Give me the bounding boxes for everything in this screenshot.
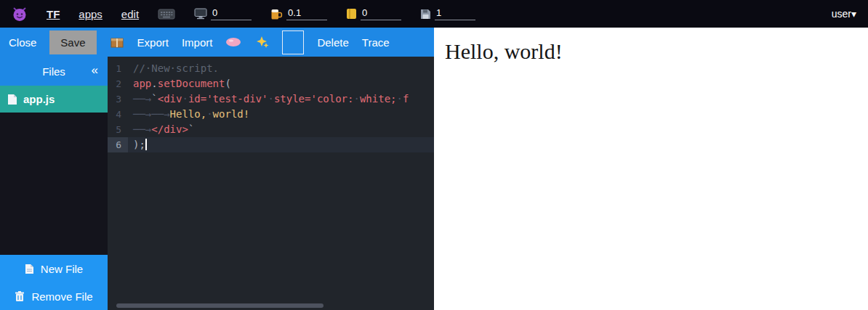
code-content[interactable]: //·New·script.: [128, 61, 434, 76]
file-name: app.js: [23, 93, 55, 105]
new-file-button[interactable]: New File: [0, 255, 108, 282]
export-button[interactable]: Export: [137, 36, 169, 49]
code-line-6[interactable]: 6);: [108, 137, 434, 152]
apps-link[interactable]: apps: [79, 8, 103, 20]
stat-beer-value[interactable]: 0.1: [286, 7, 327, 20]
user-menu[interactable]: user▾: [832, 8, 856, 20]
soap-icon-button[interactable]: [225, 37, 241, 47]
line-number: 1: [108, 61, 128, 76]
files-header: Files «: [0, 57, 108, 86]
file-icon: [7, 94, 17, 105]
code-line-4[interactable]: 4──→──→Hello,·world!: [108, 107, 434, 122]
sparkles-icon-button[interactable]: [254, 36, 269, 49]
beer-icon: [270, 8, 283, 20]
remove-file-button[interactable]: Remove File: [0, 282, 108, 310]
remove-file-icon: [15, 290, 25, 302]
stat-saves: 1: [420, 7, 475, 20]
trace-button[interactable]: Trace: [362, 36, 390, 49]
keyboard-icon[interactable]: [158, 7, 175, 20]
code-line-5[interactable]: 5──→</div>`: [108, 122, 434, 137]
file-list-empty-area: [0, 113, 108, 255]
remove-file-label: Remove File: [31, 290, 92, 303]
text-cursor: [145, 139, 147, 150]
collapse-sidebar-button[interactable]: «: [92, 63, 98, 78]
line-number: 2: [108, 76, 128, 91]
code-content[interactable]: );: [128, 137, 434, 152]
file-item-appjs[interactable]: app.js: [0, 86, 108, 113]
edit-link[interactable]: edit: [121, 8, 139, 20]
floppy-icon: [420, 9, 431, 20]
stat-computers-value[interactable]: 0: [211, 7, 252, 20]
notebook-icon: [346, 8, 357, 20]
stat-beer: 0.1: [270, 7, 327, 20]
package-icon-button[interactable]: [110, 36, 124, 49]
tf-link[interactable]: TF: [47, 8, 60, 20]
line-number: 6: [108, 137, 128, 152]
code-content[interactable]: ──→──→Hello,·world!: [128, 107, 434, 122]
code-content[interactable]: ──→`<div·id='test-div'·style='color:·whi…: [128, 91, 434, 107]
code-content[interactable]: app.setDocument(: [128, 76, 434, 91]
sidebar-actions: New File Remove File: [0, 255, 108, 310]
document-preview: Hello, world!: [434, 28, 868, 310]
preview-text: Hello, world!: [445, 39, 868, 64]
new-file-label: New File: [41, 263, 83, 275]
topbar: TF apps edit 0: [0, 0, 868, 28]
new-file-icon: [25, 264, 34, 274]
editor-horizontal-scrollbar[interactable]: [116, 303, 324, 308]
stat-saves-value[interactable]: 1: [435, 7, 475, 20]
devil-icon[interactable]: [12, 6, 28, 22]
code-line-3[interactable]: 3──→`<div·id='test-div'·style='color:·wh…: [108, 91, 434, 107]
stat-computers: 0: [194, 7, 252, 20]
files-title: Files: [42, 65, 65, 78]
editor-lines: 1//·New·script.2app.setDocument(3──→`<di…: [108, 61, 434, 152]
monitor-icon: [194, 8, 207, 20]
soap-icon: [225, 37, 241, 47]
close-button[interactable]: Close: [9, 36, 36, 49]
delete-button[interactable]: Delete: [317, 36, 348, 49]
line-number: 3: [108, 91, 128, 107]
stat-notebook: 0: [346, 7, 401, 20]
files-sidebar: Files « app.js: [0, 57, 108, 310]
line-number: 4: [108, 107, 128, 122]
stat-notebook-value[interactable]: 0: [361, 7, 401, 20]
code-editor[interactable]: 1//·New·script.2app.setDocument(3──→`<di…: [108, 57, 434, 310]
line-number: 5: [108, 122, 128, 137]
code-content[interactable]: ──→</div>`: [128, 122, 434, 137]
editor-toolbar: Close Save Export Import: [0, 28, 434, 57]
import-button[interactable]: Import: [182, 36, 213, 49]
app-screen: TF apps edit 0: [0, 0, 868, 310]
code-line-1[interactable]: 1//·New·script.: [108, 61, 434, 76]
sparkles-icon: [254, 36, 269, 49]
blank-icon-button[interactable]: [282, 30, 304, 54]
save-button[interactable]: Save: [49, 30, 96, 54]
code-line-2[interactable]: 2app.setDocument(: [108, 76, 434, 91]
package-icon: [110, 36, 124, 49]
